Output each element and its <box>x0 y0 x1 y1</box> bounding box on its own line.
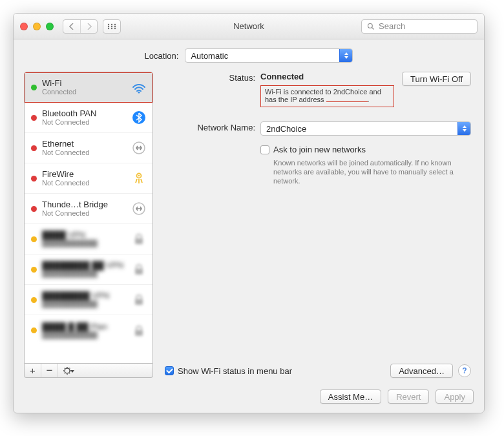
svg-point-7 <box>111 27 112 28</box>
sidebar-item-thunderbolt-bridge[interactable]: Thunde…t Bridge Not Connected <box>25 194 152 224</box>
show-wifi-status-checkbox[interactable]: Show Wi-Fi status in menu bar <box>165 366 292 376</box>
dropdown-arrows-icon <box>339 49 352 62</box>
sidebar-item-status: Connected <box>42 88 125 96</box>
status-dot-icon <box>31 327 37 333</box>
checkbox-icon <box>165 366 174 375</box>
wifi-icon <box>131 79 147 96</box>
status-dot-icon <box>31 206 37 212</box>
apply-button[interactable]: Apply <box>436 389 474 404</box>
sidebar-item-name: Bluetooth PAN <box>42 109 125 118</box>
zoom-window-button[interactable] <box>46 23 54 30</box>
sidebar-item-name: Thunde…t Bridge <box>42 200 125 209</box>
status-dot-icon <box>31 176 37 182</box>
lock-icon <box>131 231 147 247</box>
network-name-row: Network Name: 2ndChoice <box>165 121 471 136</box>
sidebar-item-vpn[interactable]: ████████ VPN ███████████ <box>25 285 152 315</box>
titlebar: Network Search <box>14 14 484 39</box>
lock-icon <box>131 291 147 308</box>
search-field[interactable]: Search <box>361 19 478 34</box>
svg-point-5 <box>114 25 116 26</box>
assist-me-button[interactable]: Assist Me… <box>320 389 381 404</box>
status-description: Wi-Fi is connected to 2ndChoice and has … <box>260 85 394 107</box>
svg-point-6 <box>108 27 109 28</box>
sidebar-item-status: Not Connected <box>42 149 125 156</box>
revert-button[interactable]: Revert <box>388 389 429 404</box>
search-placeholder: Search <box>379 21 405 31</box>
forward-button[interactable] <box>80 20 97 33</box>
network-name-dropdown[interactable]: 2ndChoice <box>260 121 471 136</box>
status-dot-icon <box>31 85 37 90</box>
ask-join-checkbox[interactable]: Ask to join new networks <box>260 145 471 154</box>
nav-back-forward <box>63 19 98 34</box>
svg-point-3 <box>108 25 109 26</box>
body: Location: Automatic Wi-Fi Connected <box>14 39 484 384</box>
svg-point-1 <box>111 23 112 25</box>
help-button[interactable]: ? <box>458 364 471 377</box>
interface-list[interactable]: Wi-Fi Connected Bluetooth PAN Not Connec… <box>24 72 153 364</box>
sidebar-item-firewire[interactable]: FireWire Not Connected <box>25 163 152 194</box>
sidebar-item-name: ████████ VPN <box>42 291 125 300</box>
show-all-button[interactable] <box>103 19 121 34</box>
main-split: Wi-Fi Connected Bluetooth PAN Not Connec… <box>24 72 474 378</box>
sidebar-item-status: ███████████ <box>42 331 125 339</box>
footer: Assist Me… Revert Apply <box>14 384 484 413</box>
advanced-button[interactable]: Advanced… <box>390 364 453 378</box>
bluetooth-icon <box>131 109 147 126</box>
status-dot-icon <box>31 297 37 303</box>
close-window-button[interactable] <box>20 23 28 30</box>
ask-join-row: Ask to join new networks Known networks … <box>165 145 471 185</box>
svg-point-2 <box>114 23 116 25</box>
location-dropdown[interactable]: Automatic <box>185 48 353 63</box>
window-controls <box>20 23 54 30</box>
location-value: Automatic <box>191 51 228 61</box>
minimize-window-button[interactable] <box>33 23 41 30</box>
sidebar-item-wifi[interactable]: Wi-Fi Connected <box>25 72 152 103</box>
sidebar-item-status: Not Connected <box>42 209 125 217</box>
svg-marker-22 <box>70 370 74 373</box>
sidebar-item-ethernet[interactable]: Ethernet Not Connected <box>25 133 152 163</box>
sidebar-item-status: Not Connected <box>42 179 125 187</box>
ask-join-label: Ask to join new networks <box>273 145 366 154</box>
sidebar-item-status: Not Connected <box>42 118 125 126</box>
location-row: Location: Automatic <box>24 48 474 63</box>
svg-point-11 <box>138 91 140 93</box>
svg-point-8 <box>114 27 116 28</box>
svg-point-9 <box>368 23 373 28</box>
svg-point-15 <box>138 175 140 177</box>
turn-wifi-off-button[interactable]: Turn Wi-Fi Off <box>402 72 471 86</box>
status-label: Status: <box>165 72 255 83</box>
status-dot-icon <box>31 145 37 151</box>
ask-join-fineprint: Known networks will be joined automatica… <box>273 158 454 185</box>
sidebar-item-status: ███████████ <box>42 300 125 308</box>
detail-panel: Status: Connected Wi-Fi is connected to … <box>162 72 474 378</box>
lock-icon <box>131 261 147 278</box>
sidebar-item-vpn[interactable]: ████ █ ██ Plan ███████████ <box>25 315 152 346</box>
sidebar-item-status: ███████████ <box>42 240 125 247</box>
status-row: Status: Connected Wi-Fi is connected to … <box>165 72 471 107</box>
add-interface-button[interactable]: + <box>25 364 41 377</box>
remove-interface-button[interactable]: − <box>41 364 58 377</box>
sidebar-item-vpn[interactable]: ████████ ██ VPN ███████████ <box>25 254 152 285</box>
show-wifi-status-label: Show Wi-Fi status in menu bar <box>178 366 292 376</box>
network-name-value: 2ndChoice <box>266 124 306 134</box>
svg-rect-19 <box>135 299 143 305</box>
sidebar-item-status: ███████████ <box>42 270 125 278</box>
sidebar-item-name: ████ █ ██ Plan <box>42 322 125 331</box>
detail-bottom-row: Show Wi-Fi status in menu bar Advanced… … <box>165 364 471 378</box>
dropdown-arrows-icon <box>457 122 470 135</box>
sidebar-item-vpn[interactable]: ████ VPN ███████████ <box>25 224 152 254</box>
status-dot-icon <box>31 236 37 242</box>
svg-point-0 <box>108 23 109 25</box>
sidebar-item-bluetooth[interactable]: Bluetooth PAN Not Connected <box>25 103 152 133</box>
redacted-ip <box>326 101 368 102</box>
svg-rect-17 <box>135 238 143 244</box>
svg-line-10 <box>372 27 374 29</box>
svg-point-4 <box>111 25 112 26</box>
firewire-icon <box>131 170 147 187</box>
search-icon <box>367 23 375 30</box>
interface-actions-menu[interactable] <box>58 364 80 377</box>
sidebar: Wi-Fi Connected Bluetooth PAN Not Connec… <box>24 72 153 378</box>
status-dot-icon <box>31 115 37 121</box>
back-button[interactable] <box>63 20 80 33</box>
svg-point-21 <box>65 368 70 373</box>
